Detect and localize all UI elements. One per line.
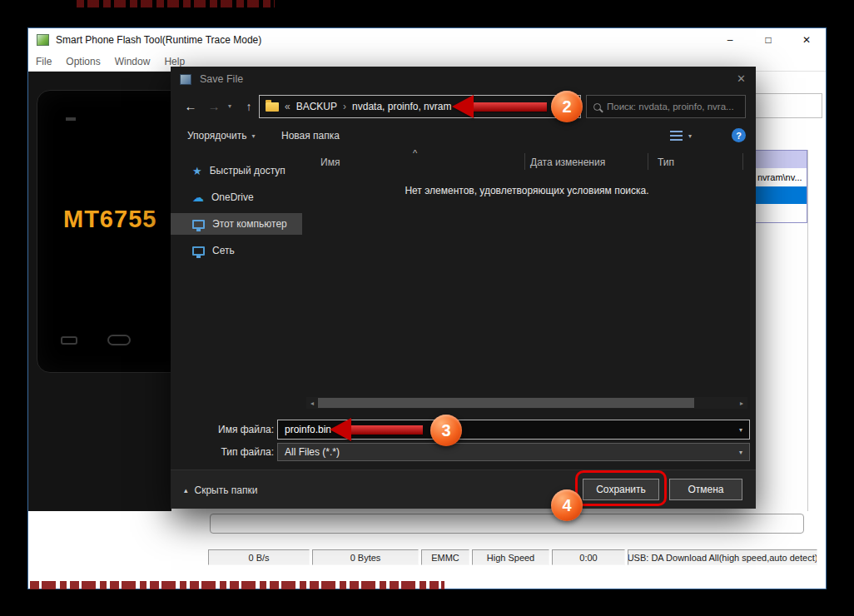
annotation-step-2-badge: 2 — [551, 91, 583, 122]
status-bytes: 0 Bytes — [312, 549, 419, 565]
column-header-type[interactable]: Тип — [658, 156, 674, 168]
arrow-tail — [351, 425, 423, 435]
computer-icon — [192, 220, 205, 229]
filetype-label: Тип файла: — [202, 443, 274, 461]
red-arrow-annotation-filename — [330, 418, 423, 441]
arrow-tail — [474, 102, 547, 112]
hide-folders-caret-icon: ▴ — [184, 486, 188, 494]
organize-label: Упорядочить — [187, 130, 246, 142]
search-input[interactable] — [607, 102, 738, 112]
hide-folders-button[interactable]: ▴ Скрыть папки — [184, 470, 257, 509]
new-folder-button[interactable]: Новая папка — [281, 125, 340, 147]
close-button[interactable]: ✕ — [787, 28, 826, 52]
scatter-field-edge — [756, 93, 822, 118]
phone-home-button-icon — [107, 335, 131, 345]
status-mode: USB: DA Download All(high speed,auto det… — [628, 549, 817, 565]
folder-icon — [266, 102, 279, 112]
menu-file[interactable]: File — [36, 56, 52, 67]
list-row-nvram[interactable]: nvram\nv... — [756, 168, 807, 186]
search-icon — [593, 103, 601, 111]
empty-results-message: Нет элементов, удовлетворяющих условиям … — [306, 185, 747, 196]
maximize-button[interactable]: □ — [749, 28, 787, 52]
cropped-watermark-bottom — [30, 581, 444, 589]
list-row-highlighted[interactable] — [756, 151, 807, 168]
view-list-icon[interactable] — [670, 131, 683, 141]
dialog-footer: ▴ Скрыть папки Сохранить Отмена — [171, 469, 756, 509]
organize-button[interactable]: Упорядочить ▾ — [187, 125, 255, 147]
phone-logo-mark — [66, 117, 76, 121]
menu-options[interactable]: Options — [66, 56, 100, 67]
window-title: Smart Phone Flash Tool(Runtime Trace Mod… — [56, 34, 261, 46]
breadcrumb-overflow[interactable]: « — [285, 101, 290, 112]
horizontal-scrollbar[interactable]: ◂ ▸ — [306, 397, 747, 409]
breadcrumb-current[interactable]: nvdata, proinfo, nvram — [352, 101, 451, 112]
status-speed: 0 B/s — [208, 549, 310, 565]
status-time: 0:00 — [552, 549, 625, 565]
status-usb-speed: High Speed — [472, 549, 549, 565]
dialog-icon — [180, 74, 191, 85]
arrow-head-icon — [452, 95, 474, 118]
cloud-icon: ☁ — [192, 191, 204, 203]
annotation-step-3-badge: 3 — [430, 415, 462, 446]
column-header-name[interactable]: Имя — [320, 156, 340, 168]
up-icon[interactable]: ↑ — [241, 95, 257, 118]
column-divider — [524, 153, 525, 170]
arrow-head-icon — [330, 418, 351, 441]
progress-bar — [210, 514, 804, 534]
list-row-selected[interactable] — [756, 186, 807, 204]
forward-icon[interactable]: → — [206, 95, 222, 118]
sidebar-label: Быстрый доступ — [210, 165, 285, 176]
partition-list: nvram\nv... — [756, 150, 807, 223]
filename-label: Имя файла: — [202, 420, 274, 440]
phone-button-icon — [61, 336, 77, 345]
sidebar-item-this-pc[interactable]: Этот компьютер — [171, 213, 302, 235]
panel-divider — [807, 150, 808, 511]
sidebar-item-network[interactable]: Сеть — [171, 240, 302, 261]
device-preview-panel: MT6755 — [28, 72, 171, 511]
scroll-right-icon[interactable]: ▸ — [736, 397, 747, 409]
filetype-select[interactable]: All Files (*.*) ▾ — [277, 443, 750, 461]
help-icon[interactable]: ? — [732, 128, 746, 142]
breadcrumb-separator-icon: › — [343, 101, 346, 112]
red-arrow-annotation-breadcrumb — [452, 95, 547, 118]
phone-chipset-label: MT6755 — [63, 206, 156, 233]
sidebar-item-onedrive[interactable]: ☁ OneDrive — [171, 186, 302, 208]
cancel-button[interactable]: Отмена — [669, 479, 742, 500]
filename-value: proinfo.bin — [285, 424, 331, 435]
back-icon[interactable]: ← — [182, 95, 199, 118]
annotation-step-4-badge: 4 — [551, 489, 583, 521]
window-controls: – □ ✕ — [711, 28, 826, 52]
history-dropdown-icon[interactable]: ▾ — [224, 95, 236, 118]
dialog-titlebar: Save File ✕ — [171, 67, 756, 92]
scrollbar-thumb[interactable] — [318, 398, 694, 408]
save-file-dialog: Save File ✕ ← → ▾ ↑ « BACKUP › nvdata, p… — [171, 67, 756, 509]
column-header-date[interactable]: Дата изменения — [530, 156, 605, 168]
sidebar-item-quick-access[interactable]: ★ Быстрый доступ — [171, 160, 302, 181]
screenshot-root: Smart Phone Flash Tool(Runtime Trace Mod… — [0, 0, 854, 616]
dialog-sidebar: ★ Быстрый доступ ☁ OneDrive Этот компьют… — [171, 150, 304, 366]
star-icon: ★ — [192, 166, 202, 176]
dialog-toolbar: Упорядочить ▾ Новая папка ▾ ? — [171, 125, 756, 147]
sort-caret-icon[interactable]: ^ — [413, 148, 417, 158]
breadcrumb-root[interactable]: BACKUP — [296, 101, 337, 112]
filename-dropdown-icon[interactable]: ▾ — [739, 426, 742, 434]
dialog-title: Save File — [200, 73, 243, 85]
scroll-left-icon[interactable]: ◂ — [306, 397, 318, 409]
dialog-close-icon[interactable]: ✕ — [737, 72, 746, 85]
filetype-value: All Files (*.*) — [285, 446, 340, 458]
menu-window[interactable]: Window — [115, 56, 151, 67]
hide-folders-label: Скрыть папки — [195, 484, 258, 496]
sidebar-label: OneDrive — [211, 191, 254, 203]
menu-help[interactable]: Help — [164, 56, 185, 67]
window-titlebar: Smart Phone Flash Tool(Runtime Trace Mod… — [28, 28, 826, 52]
partition-list-edge: nvram\nv... — [756, 72, 826, 511]
status-storage: EMMC — [421, 549, 469, 565]
filetype-dropdown-icon[interactable]: ▾ — [739, 449, 742, 456]
sidebar-label: Сеть — [212, 245, 235, 256]
annotation-save-highlight — [575, 470, 667, 506]
minimize-button[interactable]: – — [711, 28, 749, 52]
view-caret-icon[interactable]: ▾ — [688, 132, 692, 140]
app-icon — [37, 34, 49, 46]
status-bar: 0 B/s 0 Bytes EMMC High Speed 0:00 USB: … — [208, 549, 817, 565]
sidebar-label: Этот компьютер — [212, 218, 287, 230]
